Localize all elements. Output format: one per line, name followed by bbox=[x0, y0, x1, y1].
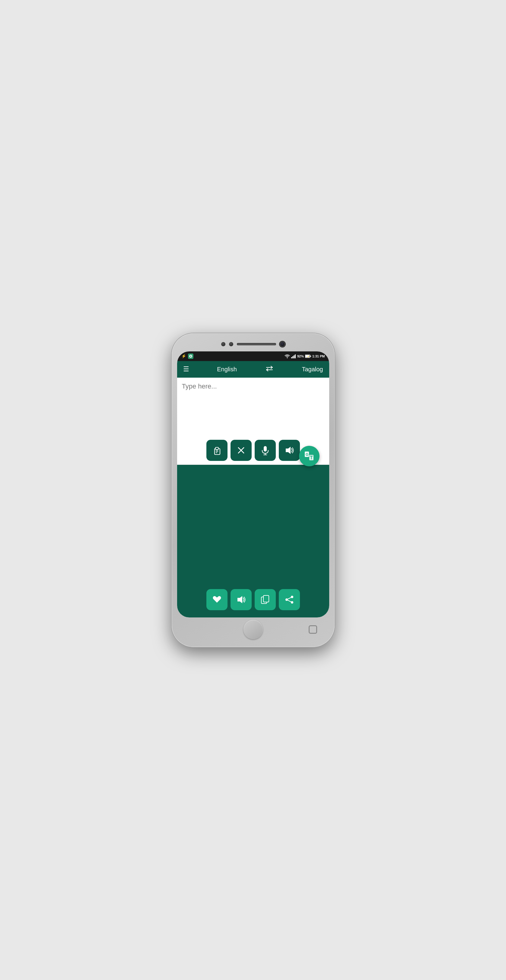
usb-icon: ⚡ bbox=[181, 354, 186, 358]
back-button[interactable] bbox=[309, 625, 317, 634]
output-actions bbox=[182, 589, 325, 612]
phone-top-bar bbox=[177, 339, 329, 350]
main-content: G bbox=[177, 378, 329, 617]
app-header: ☰ English Tagalog bbox=[177, 361, 329, 378]
status-right: ↑ 92% ⚡ 1:31 PM bbox=[285, 354, 325, 358]
clear-button[interactable] bbox=[231, 440, 251, 461]
output-area bbox=[177, 465, 329, 617]
svg-marker-27 bbox=[237, 596, 242, 603]
svg-text:⚡: ⚡ bbox=[307, 355, 310, 358]
swap-languages-icon[interactable] bbox=[265, 365, 274, 374]
phone-camera bbox=[280, 342, 285, 347]
svg-rect-3 bbox=[291, 357, 292, 358]
app-icon bbox=[188, 353, 193, 359]
app-small-icon bbox=[189, 355, 193, 358]
hamburger-menu-icon[interactable]: ☰ bbox=[183, 366, 189, 372]
svg-rect-4 bbox=[292, 356, 293, 358]
home-button[interactable] bbox=[243, 620, 263, 639]
phone-bottom-bar bbox=[177, 617, 329, 641]
translation-input[interactable] bbox=[182, 382, 325, 437]
paste-button[interactable] bbox=[206, 440, 228, 461]
svg-rect-12 bbox=[215, 447, 218, 449]
microphone-button[interactable] bbox=[255, 440, 276, 461]
clock: 1:31 PM bbox=[312, 355, 325, 358]
copy-output-button[interactable] bbox=[255, 589, 276, 610]
wifi-icon: ↑ bbox=[285, 354, 290, 358]
svg-point-31 bbox=[285, 598, 288, 601]
phone-speaker bbox=[237, 343, 276, 345]
status-left: ⚡ bbox=[181, 353, 193, 359]
svg-line-34 bbox=[288, 600, 291, 602]
svg-point-1 bbox=[190, 356, 191, 357]
speaker-input-button[interactable] bbox=[279, 440, 300, 461]
status-bar: ⚡ ↑ bbox=[177, 352, 329, 361]
target-language-label[interactable]: Tagalog bbox=[302, 366, 323, 373]
share-button[interactable] bbox=[279, 589, 300, 610]
speaker-output-button[interactable] bbox=[231, 589, 251, 610]
svg-point-32 bbox=[291, 601, 293, 604]
svg-rect-6 bbox=[295, 355, 296, 358]
phone-dot-left bbox=[221, 342, 225, 346]
svg-rect-8 bbox=[310, 356, 311, 357]
svg-point-30 bbox=[291, 596, 293, 598]
battery-percent: 92% bbox=[297, 355, 304, 358]
battery-icon: ⚡ bbox=[305, 355, 311, 358]
svg-rect-29 bbox=[263, 595, 269, 602]
phone-device: ⚡ ↑ bbox=[172, 333, 335, 647]
translate-fab-button[interactable]: G bbox=[299, 446, 320, 466]
phone-screen: ⚡ ↑ bbox=[177, 352, 329, 617]
signal-icon bbox=[291, 354, 296, 358]
svg-text:↑: ↑ bbox=[287, 355, 288, 356]
favorite-button[interactable] bbox=[206, 589, 228, 610]
svg-line-33 bbox=[288, 598, 291, 599]
svg-text:G: G bbox=[306, 452, 309, 457]
source-language-label[interactable]: English bbox=[217, 366, 237, 373]
svg-marker-21 bbox=[286, 447, 291, 454]
svg-rect-18 bbox=[264, 446, 267, 452]
phone-dot-right bbox=[229, 342, 233, 346]
svg-rect-5 bbox=[294, 355, 294, 358]
